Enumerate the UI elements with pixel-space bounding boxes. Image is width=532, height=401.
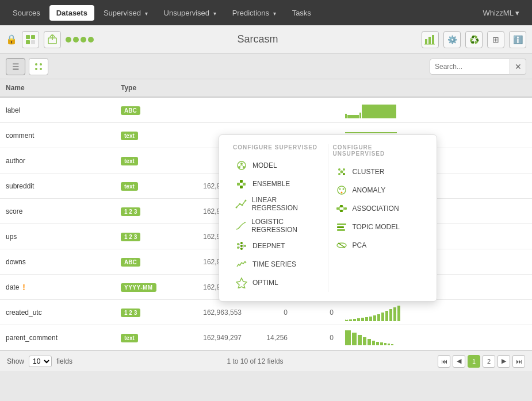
field-type: text xyxy=(115,132,190,140)
table-row: parent_comment text 162,949,297 14,256 0 xyxy=(0,325,532,350)
svg-rect-117 xyxy=(337,226,344,228)
first-page-btn[interactable]: ⏮ xyxy=(438,355,450,368)
linear-regression-item[interactable]: LINEAR REGRESSION xyxy=(233,193,323,215)
nav-whizzml[interactable]: WhizzML ▾ xyxy=(476,5,526,21)
page-2-btn[interactable]: 2 xyxy=(483,355,495,368)
svg-point-106 xyxy=(342,188,344,190)
field-type: YYYY-MM xyxy=(115,283,190,291)
svg-point-87 xyxy=(240,242,243,244)
svg-point-84 xyxy=(245,200,247,202)
association-item[interactable]: ASSOCIATION xyxy=(333,199,423,218)
topic-model-item[interactable]: TOPIC MODEL xyxy=(333,218,423,236)
svg-rect-70 xyxy=(391,344,393,345)
svg-rect-57 xyxy=(393,307,396,321)
svg-rect-66 xyxy=(376,342,379,345)
field-name: created_utc xyxy=(0,309,115,317)
deepnet-item[interactable]: DEEPNET xyxy=(233,237,323,255)
svg-rect-47 xyxy=(353,319,356,321)
optiml-item[interactable]: OPTIML xyxy=(233,273,323,292)
svg-rect-67 xyxy=(380,342,383,345)
svg-point-101 xyxy=(338,173,340,175)
grid-view-btn[interactable] xyxy=(29,58,48,75)
svg-rect-116 xyxy=(337,223,346,225)
nav-predictions[interactable]: Predictions ▾ xyxy=(225,5,283,21)
ensemble-icon xyxy=(235,178,248,190)
field-missing: 0 xyxy=(247,309,293,317)
anomaly-item[interactable]: ANOMALY xyxy=(333,181,423,199)
warning-icon: ! xyxy=(22,283,25,292)
nav-tasks[interactable]: Tasks xyxy=(285,5,318,21)
page-1-btn[interactable]: 1 xyxy=(468,355,480,368)
prev-page-btn[interactable]: ◀ xyxy=(453,355,465,368)
svg-rect-118 xyxy=(337,229,345,231)
bar-chart-icon-btn[interactable] xyxy=(422,31,439,48)
ensemble-item[interactable]: ENSEMBLE xyxy=(233,175,323,193)
supervised-col: Configure Supervised MODEL ENSEMBLE LINE… xyxy=(228,144,328,292)
gear-icon-btn[interactable]: ⚙️ xyxy=(443,31,461,48)
pagination-info: 1 to 10 of 12 fields xyxy=(77,357,433,365)
info-icon-btn[interactable]: ℹ️ xyxy=(509,31,526,48)
last-page-btn[interactable]: ⏭ xyxy=(512,355,525,368)
cluster-icon xyxy=(335,165,348,178)
svg-point-88 xyxy=(240,245,243,247)
svg-rect-80 xyxy=(240,186,243,188)
cluster-item[interactable]: CLUSTER xyxy=(333,163,423,181)
list-view-btn[interactable]: ☰ xyxy=(6,58,25,75)
search-clear-btn[interactable]: ✕ xyxy=(510,59,526,75)
unsupervised-col: Configure Unsupervised CLUSTER ANOMALY A… xyxy=(328,144,428,292)
svg-point-100 xyxy=(343,168,345,171)
linear-regression-icon xyxy=(235,198,247,210)
model-item[interactable]: MODEL xyxy=(233,156,323,175)
time-series-item[interactable]: TIME SERIES xyxy=(233,255,323,273)
type-badge: ABC xyxy=(121,258,140,267)
svg-rect-49 xyxy=(361,318,364,321)
field-count: 162,963,553 xyxy=(190,309,247,317)
field-name: comment xyxy=(0,132,115,140)
settings-icon-btn[interactable] xyxy=(44,31,61,48)
svg-point-103 xyxy=(340,171,343,173)
nav-unsupervised[interactable]: Unsupervised ▾ xyxy=(157,5,223,21)
field-type: ABC xyxy=(115,106,190,114)
nav-supervised[interactable]: Supervised ▾ xyxy=(97,5,155,21)
svg-point-10 xyxy=(40,63,42,65)
svg-rect-65 xyxy=(372,341,375,345)
status-dots xyxy=(66,37,94,43)
show-label: Show xyxy=(7,357,24,365)
field-type: text xyxy=(115,182,190,190)
logistic-regression-item[interactable]: LOGISTIC REGRESSION xyxy=(233,215,323,237)
svg-point-107 xyxy=(340,192,342,194)
field-type: ABC xyxy=(115,258,190,266)
formula-icon-btn[interactable]: ⊞ xyxy=(487,31,504,48)
svg-rect-56 xyxy=(389,309,392,321)
svg-rect-46 xyxy=(349,319,352,321)
dataset-icon-btn[interactable] xyxy=(22,31,39,48)
nav-datasets[interactable]: Datasets xyxy=(49,5,94,21)
svg-rect-109 xyxy=(340,205,343,207)
search-input[interactable] xyxy=(430,59,510,75)
pca-item[interactable]: PCA xyxy=(333,236,423,255)
svg-line-95 xyxy=(243,244,244,246)
field-type: 1 2 3 xyxy=(115,207,190,215)
nav-sources[interactable]: Sources xyxy=(6,5,47,21)
svg-line-94 xyxy=(239,248,240,249)
dataset-title: Sarcasm xyxy=(98,33,417,45)
svg-rect-58 xyxy=(397,306,400,321)
svg-rect-108 xyxy=(336,207,339,210)
field-chart xyxy=(339,98,532,122)
svg-rect-5 xyxy=(425,39,427,44)
bar-chart-icon xyxy=(424,34,436,45)
refresh-icon-btn[interactable]: ♻️ xyxy=(465,31,483,48)
next-page-btn[interactable]: ▶ xyxy=(497,355,510,368)
svg-line-97 xyxy=(243,246,244,249)
type-badge: text xyxy=(121,132,138,140)
optiml-icon xyxy=(235,276,248,289)
svg-point-102 xyxy=(343,173,345,175)
anomaly-icon xyxy=(335,184,348,196)
svg-point-82 xyxy=(239,203,241,205)
show-select[interactable]: 10 20 50 xyxy=(29,356,52,367)
svg-line-112 xyxy=(339,206,340,209)
field-errors: 0 xyxy=(293,334,339,342)
col-name-header: Name xyxy=(0,84,115,92)
svg-rect-79 xyxy=(243,183,246,186)
field-missing: 14,256 xyxy=(247,334,293,342)
